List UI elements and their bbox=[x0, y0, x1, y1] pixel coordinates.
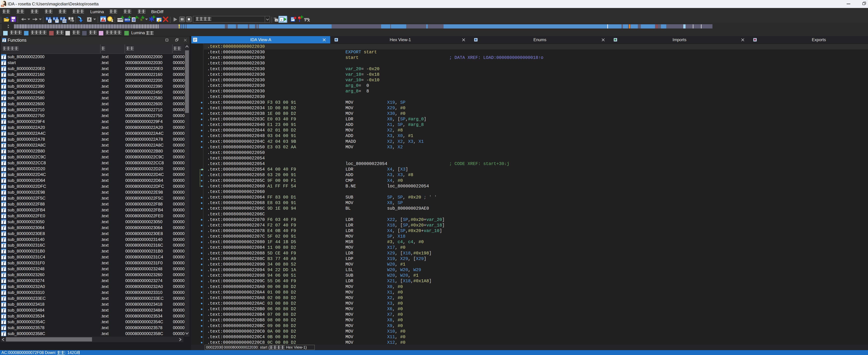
svg-text:A: A bbox=[133, 19, 135, 21]
svg-text:c: c bbox=[276, 19, 277, 22]
svg-text:c: c bbox=[281, 18, 282, 21]
